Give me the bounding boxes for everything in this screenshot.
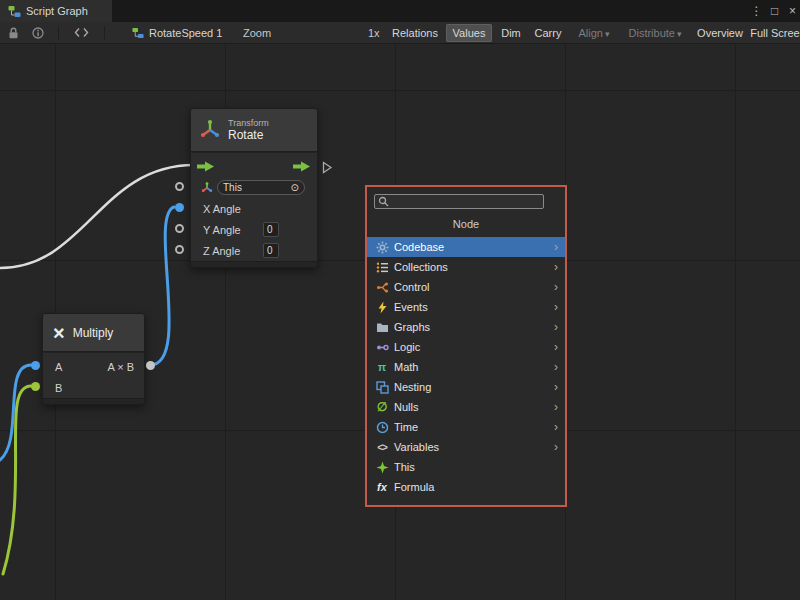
finder-item-events[interactable]: Events ›	[367, 297, 565, 317]
lightning-icon	[374, 301, 390, 314]
finder-item-math[interactable]: π Math ›	[367, 357, 565, 377]
chevron-right-icon: ›	[554, 240, 558, 254]
list-icon	[374, 261, 390, 274]
graph-asset-icon	[132, 27, 144, 39]
brackets-icon: <>	[374, 441, 390, 454]
node-title: Rotate	[228, 128, 269, 142]
maximize-icon[interactable]: □	[766, 0, 783, 22]
flow-output-arrow-icon[interactable]	[293, 161, 311, 172]
transform-gizmo-icon	[199, 119, 221, 141]
finder-item-this[interactable]: This	[367, 457, 565, 477]
multiply-b-input-port[interactable]	[31, 382, 40, 391]
search-input[interactable]	[391, 196, 540, 207]
output-label: A × B	[107, 361, 134, 373]
gear-icon	[374, 241, 390, 254]
tab-script-graph[interactable]: Script Graph	[0, 0, 112, 22]
rotate-node-header[interactable]: Transform Rotate	[190, 108, 318, 152]
logic-icon	[374, 341, 390, 354]
chevron-right-icon: ›	[554, 400, 558, 414]
port-row-a: A A × B	[43, 356, 144, 377]
target-value: This	[223, 182, 242, 193]
y-angle-field[interactable]	[263, 222, 279, 237]
node-footer	[190, 262, 318, 268]
carry-button[interactable]: Carry	[529, 24, 567, 42]
nesting-icon	[374, 381, 390, 394]
multiply-icon: ×	[53, 323, 65, 343]
window-tab-bar: Script Graph ⋮ □ ×	[0, 0, 800, 22]
zoom-value: 1x	[368, 27, 380, 39]
finder-item-time[interactable]: Time ›	[367, 417, 565, 437]
node-footer	[42, 399, 145, 405]
graph-breadcrumb[interactable]: RotateSpeed 1	[149, 27, 222, 39]
multiply-to-xangle-wire[interactable]	[150, 207, 174, 365]
multiply-output-port[interactable]	[146, 361, 155, 370]
full-screen-button[interactable]: Full Screen	[748, 24, 800, 42]
target-object-field[interactable]: This ⊙	[217, 180, 305, 195]
chevron-right-icon: ›	[554, 260, 558, 274]
port-label: A	[55, 361, 62, 373]
window-menu-icon[interactable]: ⋮	[748, 0, 765, 22]
overview-button[interactable]: Overview	[692, 24, 748, 42]
finder-item-formula[interactable]: fx Formula	[367, 477, 565, 497]
finder-search-box[interactable]	[374, 194, 544, 209]
finder-item-codebase[interactable]: Codebase ›	[367, 237, 565, 257]
y-angle-input-port[interactable]	[175, 224, 184, 233]
multiply-a-input-port[interactable]	[31, 361, 40, 370]
multiply-node-header[interactable]: × Multiply	[42, 313, 145, 352]
finder-item-control[interactable]: Control ›	[367, 277, 565, 297]
rotate-node-body: This ⊙ X Angle Y Angle Z Angle	[190, 152, 318, 262]
finder-item-collections[interactable]: Collections ›	[367, 257, 565, 277]
distribute-dropdown[interactable]: Distribute▾	[621, 24, 689, 42]
chevron-right-icon: ›	[554, 300, 558, 314]
graph-canvas[interactable]: Transform Rotate	[0, 44, 800, 600]
finder-item-nulls[interactable]: ∅ Nulls ›	[367, 397, 565, 417]
lock-icon[interactable]	[8, 27, 19, 39]
chevron-down-icon: ▾	[605, 29, 610, 39]
flow-continuation-icon[interactable]	[322, 160, 333, 178]
port-row-x-angle: X Angle	[191, 198, 317, 219]
null-icon: ∅	[374, 401, 390, 414]
values-button[interactable]: Values	[446, 24, 492, 42]
star-icon	[374, 461, 390, 474]
input-b-wire[interactable]	[3, 386, 31, 574]
finder-item-logic[interactable]: Logic ›	[367, 337, 565, 357]
port-label: B	[55, 382, 62, 394]
port-label: X Angle	[203, 203, 241, 215]
code-brackets-icon[interactable]	[74, 27, 89, 38]
chevron-down-icon: ▾	[677, 29, 682, 39]
script-graph-icon	[8, 5, 21, 18]
relations-button[interactable]: Relations	[388, 24, 442, 42]
chevron-right-icon: ›	[554, 380, 558, 394]
align-dropdown[interactable]: Align▾	[571, 24, 617, 42]
node-transform-rotate[interactable]: Transform Rotate	[190, 108, 318, 268]
finder-item-variables[interactable]: <> Variables ›	[367, 437, 565, 457]
chevron-right-icon: ›	[554, 360, 558, 374]
finder-item-nesting[interactable]: Nesting ›	[367, 377, 565, 397]
chevron-right-icon: ›	[554, 440, 558, 454]
unity-script-graph-window: Script Graph ⋮ □ × RotateSpeed 1 Zoom 1x…	[0, 0, 800, 600]
node-finder-popup: Node Codebase › Collections › Control ›	[365, 185, 567, 507]
this-input-port[interactable]	[175, 182, 184, 191]
dim-button[interactable]: Dim	[496, 24, 526, 42]
node-title: Multiply	[73, 326, 114, 340]
info-icon[interactable]	[32, 27, 44, 39]
x-angle-input-port[interactable]	[175, 203, 184, 212]
z-angle-field[interactable]	[263, 243, 279, 258]
chevron-right-icon: ›	[554, 320, 558, 334]
flow-input-arrow-icon[interactable]	[197, 161, 215, 172]
tab-title: Script Graph	[26, 5, 88, 17]
port-row-y-angle: Y Angle	[191, 219, 317, 240]
search-icon	[378, 196, 389, 207]
z-angle-input-port[interactable]	[175, 245, 184, 254]
graph-toolbar: RotateSpeed 1 Zoom 1x Relations Values D…	[0, 22, 800, 44]
multiply-node-body: A A × B B	[42, 352, 145, 399]
finder-item-graphs[interactable]: Graphs ›	[367, 317, 565, 337]
zoom-label: Zoom	[243, 27, 271, 39]
chevron-right-icon: ›	[554, 280, 558, 294]
close-icon[interactable]: ×	[784, 0, 800, 22]
toolbar-separator	[104, 26, 105, 40]
pi-icon: π	[374, 361, 390, 374]
branch-icon	[374, 281, 390, 294]
object-picker-icon[interactable]: ⊙	[291, 182, 299, 193]
node-multiply[interactable]: × Multiply A A × B B	[42, 313, 145, 405]
